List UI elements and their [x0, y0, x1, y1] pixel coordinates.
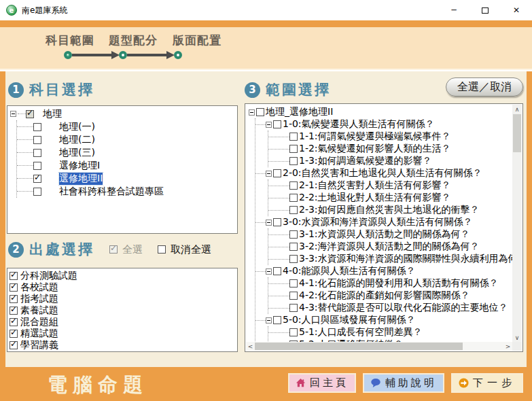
checkbox[interactable]: ✓	[10, 295, 18, 303]
help-button[interactable]: 輔助說明	[363, 373, 444, 393]
tree-item[interactable]: 4-1:化石能源的開發利用和人類活動有何關係？	[268, 277, 512, 290]
horizontal-scrollbar[interactable]: < >	[246, 342, 512, 351]
checkbox[interactable]	[289, 181, 298, 190]
vertical-scroll-thumb[interactable]	[513, 114, 521, 152]
tree-item[interactable]: 4-0:能源與人類生活有何關係？	[255, 265, 512, 277]
checkbox[interactable]	[273, 316, 281, 324]
checkbox[interactable]	[289, 206, 298, 214]
checkbox[interactable]: ✓	[10, 283, 18, 292]
checkbox[interactable]	[289, 279, 298, 287]
tree-item[interactable]: 地理(三)	[17, 146, 237, 159]
tree-item[interactable]: 1-2:氣候變遷如何影響人類的生活？	[268, 143, 512, 155]
tree-item[interactable]: ✓選修地理II	[17, 172, 237, 185]
collapse-minus-icon[interactable]	[266, 317, 272, 324]
checkbox[interactable]	[289, 243, 298, 251]
list-item[interactable]: ✓分科測驗試題	[10, 270, 237, 281]
tree-item[interactable]: 2-3:如何因應自然災害與土地退化的衝擊？	[268, 204, 512, 216]
maximize-button[interactable]	[469, 0, 501, 20]
collapse-minus-icon[interactable]	[266, 122, 272, 128]
collapse-minus-icon[interactable]	[266, 268, 272, 275]
checkbox[interactable]	[33, 136, 41, 144]
checkbox[interactable]	[33, 149, 41, 157]
list-item[interactable]: ✓混合題組	[10, 316, 237, 328]
select-all-checkbox[interactable]: ✓	[109, 245, 118, 254]
checkbox[interactable]	[289, 255, 298, 263]
tree-item[interactable]: 地理_選修地理II	[249, 106, 512, 118]
checkbox[interactable]	[33, 123, 41, 131]
collapse-minus-icon[interactable]	[266, 220, 272, 226]
checkbox[interactable]: ✓	[26, 110, 34, 118]
horizontal-scroll-thumb[interactable]	[255, 343, 463, 350]
checkbox[interactable]	[289, 328, 298, 336]
list-item[interactable]: ✓各校試題	[10, 281, 237, 293]
checkbox[interactable]	[273, 218, 281, 226]
deselect-all-checkbox-group[interactable]: 取消全選	[158, 243, 211, 256]
tree-item[interactable]: 社會科跨科整合試題專區	[17, 185, 237, 198]
scroll-left-icon[interactable]: <	[246, 342, 255, 351]
step-progress-track	[64, 51, 182, 59]
list-item[interactable]: ✓精選試題	[10, 328, 237, 339]
collapse-minus-icon[interactable]	[266, 171, 272, 177]
select-all-toggle-button[interactable]: 全選／取消	[446, 77, 523, 97]
collapse-minus-icon[interactable]	[249, 109, 255, 116]
checkbox[interactable]	[289, 304, 298, 312]
checkbox[interactable]	[273, 267, 281, 275]
scrollbar-corner	[512, 342, 522, 351]
list-item[interactable]: ✓指考試題	[10, 293, 237, 304]
checkbox[interactable]	[273, 120, 281, 128]
tree-item[interactable]: 5-0:人口與區域發展有何關係？	[255, 314, 512, 326]
tree-item-label: 選修地理II	[59, 173, 103, 185]
scroll-down-icon[interactable]: ∨	[512, 333, 522, 342]
checkbox[interactable]	[33, 162, 41, 170]
next-step-button[interactable]: 下一步	[451, 373, 523, 393]
tree-item[interactable]: 1-1:何謂氣候變遷與極端氣候事件？	[268, 130, 512, 143]
vertical-scrollbar[interactable]: ∧ ∨	[512, 105, 522, 342]
checkbox[interactable]: ✓	[33, 175, 41, 183]
tree-item[interactable]: 3-3:水資源和海洋資源的國際關聯性與永續利用為何？	[268, 253, 512, 265]
tree-branch: 3-1:水資源與人類活動之間的關係為何？3-2:海洋資源與人類活動之間的關係為何…	[268, 228, 512, 265]
checkbox[interactable]	[289, 157, 298, 165]
tree-item[interactable]: 地理(一)	[17, 120, 237, 133]
tree-item[interactable]: 2-0:自然災害和土地退化與人類生活有何關係？	[255, 167, 512, 179]
scroll-right-icon[interactable]: >	[503, 342, 512, 351]
section-number-1: 1	[8, 82, 24, 98]
tree-item[interactable]: 1-0:氣候變遷與人類生活有何關係？	[255, 118, 512, 130]
checkbox[interactable]: ✓	[10, 330, 18, 338]
checkbox[interactable]	[289, 292, 298, 300]
tree-item[interactable]: 4-2:化石能源的產銷如何影響國際關係？	[268, 290, 512, 302]
tree-item[interactable]: 5-1:人口成長有何空間差異？	[268, 326, 512, 338]
tree-item[interactable]: 地理(二)	[17, 133, 237, 146]
collapse-minus-icon[interactable]	[10, 111, 16, 117]
tree-item[interactable]: 3-0:水資源和海洋資源與人類生活有何關係？	[255, 216, 512, 228]
tree-item[interactable]: 2-1:自然災害對人類生活有何影響？	[268, 179, 512, 192]
select-all-checkbox-group[interactable]: ✓ 全選	[109, 243, 143, 256]
checkbox[interactable]: ✓	[10, 341, 18, 349]
tree-item[interactable]: 2-2:土地退化對人類生活有何影響？	[268, 192, 512, 204]
list-item[interactable]: ✓學習講義	[10, 339, 237, 351]
tree-connector	[268, 210, 289, 211]
tree-item[interactable]: 3-1:水資源與人類活動之間的關係為何？	[268, 228, 512, 241]
tree-item[interactable]: 3-2:海洋資源與人類活動之間的關係為何？	[268, 241, 512, 253]
checkbox[interactable]	[289, 133, 298, 141]
subject-panel: ✓地理地理(一)地理(二)地理(三)選修地理I✓選修地理II社會科跨科整合試題專…	[7, 105, 238, 234]
home-button[interactable]: 回主頁	[288, 373, 356, 393]
checkbox[interactable]	[289, 230, 298, 239]
tree-item[interactable]: 1-3:如何調適氣候變遷的影響？	[268, 155, 512, 167]
tree-item-root[interactable]: ✓地理	[10, 107, 237, 120]
checkbox[interactable]	[273, 169, 281, 177]
checkbox[interactable]	[289, 194, 298, 202]
close-button[interactable]: ✕	[501, 0, 532, 20]
deselect-all-checkbox[interactable]	[158, 245, 166, 254]
checkbox[interactable]	[33, 188, 41, 196]
tree-item-label: 1-2:氣候變遷如何影響人類的生活？	[299, 143, 451, 155]
list-item[interactable]: ✓素養試題	[10, 304, 237, 316]
checkbox[interactable]: ✓	[10, 307, 18, 315]
tree-item[interactable]: 4-3:替代能源是否可以取代化石能源的主要地位？	[268, 302, 512, 314]
checkbox[interactable]: ✓	[10, 318, 18, 326]
minimize-button[interactable]: ─	[438, 0, 469, 20]
checkbox[interactable]: ✓	[10, 272, 18, 280]
scroll-up-icon[interactable]: ∧	[512, 105, 522, 114]
tree-item[interactable]: 選修地理I	[17, 159, 237, 172]
checkbox[interactable]	[289, 145, 298, 153]
checkbox[interactable]	[256, 108, 264, 116]
